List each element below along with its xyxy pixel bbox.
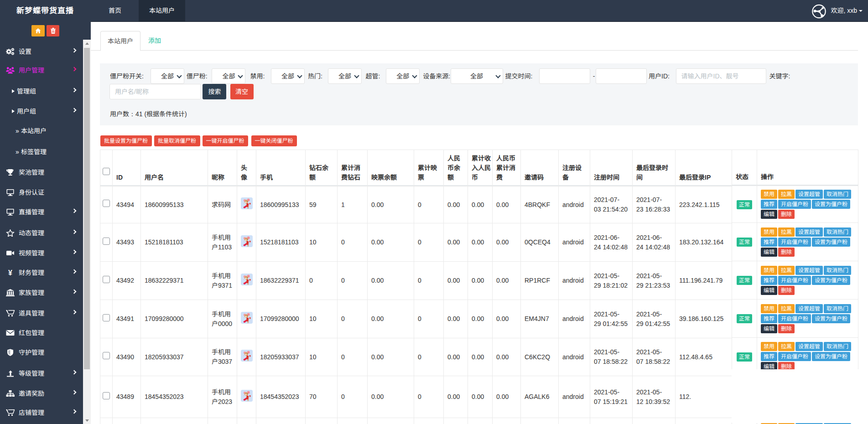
svg-text:¥: ¥ <box>8 269 12 276</box>
